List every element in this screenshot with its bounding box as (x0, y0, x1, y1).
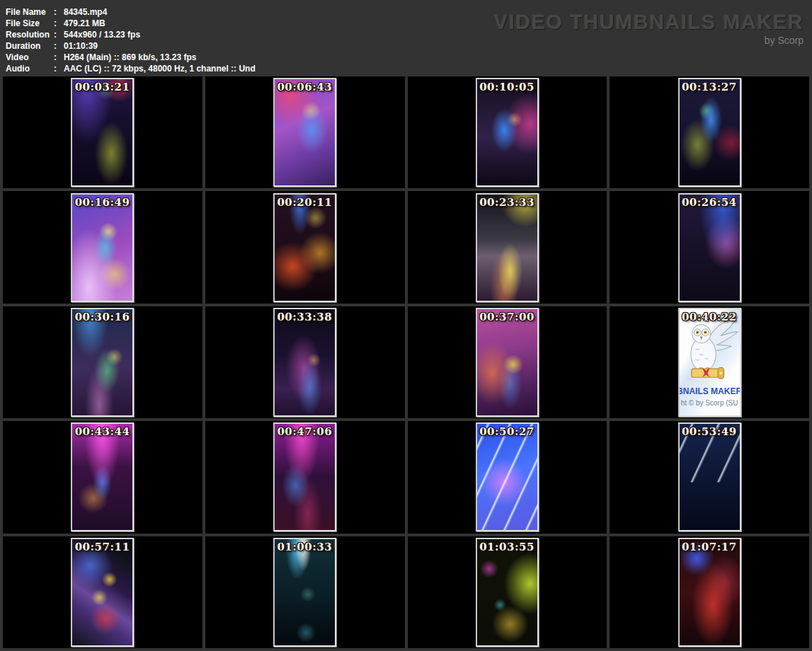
watermark-content: MBNAILS MAKER 8 ht © by Scorp (SU (680, 309, 740, 415)
thumbnail-cell: 01:03:55 (408, 536, 607, 648)
thumbnail-cell: 00:26:54 (610, 191, 809, 303)
thumbnail-cell: 00:50:27 (408, 421, 607, 533)
watermark-title: MBNAILS MAKER 8 (680, 386, 740, 396)
timestamp-label: 00:37:00 (479, 311, 534, 323)
timestamp-label: 00:40:22 (682, 311, 737, 323)
video-frame: 00:13:27 (678, 78, 741, 187)
meta-value: 84345.mp4 (64, 6, 107, 18)
video-frame: 00:10:05 (476, 78, 539, 187)
thumbnail-cell: 00:57:11 (3, 536, 202, 648)
app-byline: by Scorp (494, 35, 804, 46)
meta-value: AAC (LC) :: 72 kbps, 48000 Hz, 1 channel… (64, 63, 256, 74)
meta-separator: : (54, 63, 64, 74)
timestamp-label: 00:43:44 (75, 425, 130, 438)
app-logo-text: VIDEO THUMBNAILS MAKER (494, 11, 804, 34)
meta-row: Video : H264 (Main) :: 869 kb/s, 13.23 f… (6, 52, 805, 63)
timestamp-label: 01:00:33 (277, 541, 332, 553)
thumbnail-cell: 00:47:06 (205, 421, 405, 533)
timestamp-label: 00:57:11 (75, 541, 130, 553)
timestamp-label: 00:06:43 (277, 81, 332, 93)
meta-separator: : (54, 29, 64, 40)
video-frame: 00:57:11 (71, 538, 134, 647)
timestamp-label: 00:47:06 (277, 425, 332, 438)
timestamp-label: 00:30:16 (75, 311, 130, 323)
video-frame: 00:37:00 (476, 308, 539, 417)
meta-label: Duration (6, 40, 54, 52)
meta-separator: : (54, 6, 64, 18)
thumbnail-cell: 00:13:27 (610, 76, 809, 188)
meta-value: 544x960 / 13.23 fps (64, 29, 140, 40)
watermark-copyright: ht © by Scorp (SU (681, 399, 738, 407)
timestamp-label: 01:03:55 (479, 541, 534, 553)
meta-separator: : (54, 52, 64, 63)
meta-separator: : (54, 18, 64, 29)
thumbnail-cell: 01:00:33 (205, 536, 405, 648)
timestamp-label: 00:26:54 (682, 196, 737, 209)
timestamp-label: 00:53:49 (682, 425, 737, 438)
thumbnail-cell: 00:30:16 (3, 306, 202, 418)
thumbnail-cell: 01:07:17 (610, 536, 809, 648)
timestamp-label: 00:33:38 (277, 311, 332, 323)
video-frame: 01:00:33 (273, 538, 336, 647)
thumbnail-cell: 00:06:43 (205, 76, 405, 188)
thumbnail-cell: 00:20:11 (205, 191, 405, 303)
thumbnail-cell: 00:23:33 (408, 191, 607, 303)
video-frame: 00:30:16 (71, 308, 134, 417)
meta-label: Video (6, 52, 54, 63)
video-frame: 00:50:27 (476, 422, 539, 531)
timestamp-label: 00:03:21 (75, 81, 130, 93)
video-frame: MBNAILS MAKER 8 ht © by Scorp (SU 00:40:… (678, 308, 741, 417)
meta-value: 01:10:39 (64, 40, 98, 52)
timestamp-label: 00:23:33 (479, 196, 534, 209)
timestamp-label: 00:50:27 (479, 425, 534, 438)
thumbnail-cell: 00:03:21 (3, 76, 202, 188)
video-frame: 00:23:33 (476, 193, 539, 302)
brand-block: VIDEO THUMBNAILS MAKER by Scorp (494, 11, 804, 46)
video-frame: 00:06:43 (273, 78, 336, 187)
meta-label: Resolution (6, 29, 54, 40)
info-panel: File Name : 84345.mp4 File Size : 479.21… (0, 0, 812, 74)
meta-label: File Name (6, 6, 54, 18)
meta-value: 479.21 MB (64, 18, 105, 29)
thumbnail-cell: 00:43:44 (3, 421, 202, 533)
meta-separator: : (54, 40, 64, 52)
video-frame: 00:03:21 (71, 78, 134, 187)
timestamp-label: 00:16:49 (75, 196, 130, 209)
video-frame: 00:20:11 (273, 193, 336, 302)
thumbnail-cell: 00:10:05 (408, 76, 607, 188)
meta-value: H264 (Main) :: 869 kb/s, 13.23 fps (64, 52, 196, 63)
thumbnail-cell: 00:37:00 (408, 306, 607, 418)
video-frame: 00:26:54 (678, 193, 741, 302)
timestamp-label: 01:07:17 (682, 541, 737, 553)
timestamp-label: 00:13:27 (682, 81, 737, 93)
video-frame: 00:53:49 (678, 422, 741, 531)
thumbnail-cell: 00:33:38 (205, 306, 405, 418)
owl-logo (680, 315, 739, 386)
video-frame: 00:47:06 (273, 422, 336, 531)
video-frame: 00:16:49 (71, 193, 134, 302)
meta-label: File Size (6, 18, 54, 29)
thumbnail-cell: MBNAILS MAKER 8 ht © by Scorp (SU 00:40:… (610, 306, 809, 418)
timestamp-label: 00:10:05 (479, 81, 534, 93)
thumbnail-cell: 00:16:49 (3, 191, 202, 303)
video-frame: 01:07:17 (678, 538, 741, 647)
video-frame: 00:43:44 (71, 422, 134, 531)
meta-label: Audio (6, 63, 54, 74)
video-frame: 00:33:38 (273, 308, 336, 417)
thumbnail-grid: 00:03:21 00:06:43 00:10:05 00:13:27 00:1… (3, 76, 809, 648)
meta-row: Audio : AAC (LC) :: 72 kbps, 48000 Hz, 1… (6, 63, 805, 74)
video-frame: 01:03:55 (476, 538, 539, 647)
timestamp-label: 00:20:11 (277, 196, 332, 209)
thumbnail-cell: 00:53:49 (610, 421, 809, 533)
